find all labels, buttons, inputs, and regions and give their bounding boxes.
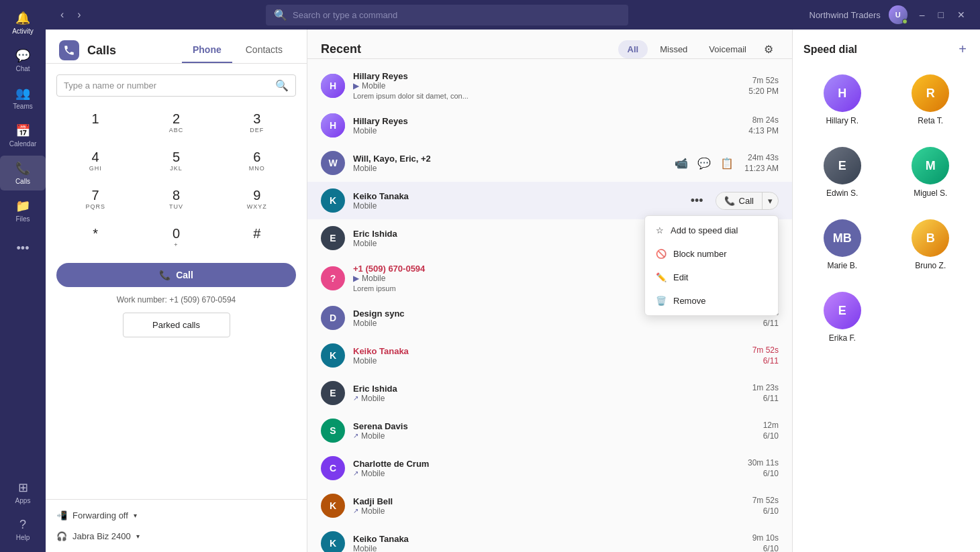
avatar-group: W: [321, 151, 345, 175]
sidebar-item-calls[interactable]: 📞 Calls: [0, 156, 46, 190]
call-sub-7: Mobile: [353, 319, 744, 328]
sidebar-item-activity[interactable]: 🔔 Activity: [0, 5, 46, 40]
call-item-kadji[interactable]: K Kadji Bell ↗ Mobile 7m 52s 6/10: [307, 487, 792, 525]
add-speed-dial-button[interactable]: +: [956, 40, 969, 58]
filter-all[interactable]: All: [618, 40, 648, 58]
search-icon: 🔍: [274, 9, 287, 21]
call-item-eric-2[interactable]: E Eric Ishida ↗ Mobile 1m 23s 6/11: [307, 374, 792, 412]
context-block-label: Block number: [673, 249, 726, 259]
call-item-hillary-2[interactable]: H Hillary Reyes Mobile 8m 24s 4:13 PM: [307, 107, 792, 144]
call-button[interactable]: 📞 Call: [56, 263, 296, 287]
sidebar-item-teams[interactable]: 👥 Teams: [0, 80, 46, 115]
dial-key-0[interactable]: 0 +: [137, 219, 215, 255]
call-item-charlotte[interactable]: C Charlotte de Crum ↗ Mobile 30m 11s 6/1…: [307, 449, 792, 487]
dial-key-hash[interactable]: #: [218, 219, 296, 255]
tab-phone[interactable]: Phone: [182, 38, 232, 63]
recent-list: H Hillary Reyes ▶ Mobile Lorem ipsum dol…: [307, 59, 792, 552]
sidebar-item-help[interactable]: ? Help: [0, 512, 46, 547]
sidebar-label-teams: Teams: [13, 103, 32, 110]
call-item-group[interactable]: W Will, Kayo, Eric, +2 Mobile 📹 💬 📋 24m …: [307, 144, 792, 182]
dial-key-6[interactable]: 6 MNO: [218, 143, 296, 178]
dial-key-9[interactable]: 9 WXYZ: [218, 181, 296, 217]
forwarding-button[interactable]: 📲 Forwarding off ▾: [56, 508, 296, 523]
chat-icon: 💬: [15, 48, 30, 63]
dial-key-3[interactable]: 3 DEF: [218, 105, 296, 140]
speed-dial-reta[interactable]: R Reta T.: [892, 69, 970, 131]
dial-key-1[interactable]: 1: [56, 105, 134, 140]
call-time-11: 6/10: [763, 469, 779, 478]
speed-dial-erika[interactable]: E Erika F.: [803, 286, 881, 348]
filter-icon-button[interactable]: ⚙: [758, 40, 779, 58]
filter-missed[interactable]: Missed: [650, 40, 697, 58]
calls-icon: 📞: [15, 161, 30, 176]
call-meta-9: 1m 23s 6/11: [752, 383, 779, 403]
speed-dial-bruno[interactable]: B Bruno Z.: [892, 214, 970, 276]
dialpad: 1 2 ABC 3 DEF 4 GHI: [56, 105, 296, 255]
call-time-1: 5:20 PM: [748, 87, 779, 96]
search-input[interactable]: [293, 10, 620, 20]
sidebar-item-apps[interactable]: ⊞ Apps: [0, 475, 46, 510]
parked-calls-button[interactable]: Parked calls: [123, 313, 230, 337]
user-avatar[interactable]: U: [889, 5, 908, 24]
video-action-button[interactable]: 📹: [672, 154, 691, 172]
dial-key-star[interactable]: *: [56, 219, 134, 255]
sidebar-item-files[interactable]: 📁 Files: [0, 193, 46, 228]
more-options-button-4[interactable]: •••: [687, 191, 707, 211]
context-block[interactable]: 🚫 Block number: [645, 242, 778, 266]
device-chevron: ▾: [136, 533, 140, 540]
more-action-button[interactable]: 📋: [718, 154, 736, 172]
device-button[interactable]: 🎧 Jabra Biz 2400 ▾: [56, 529, 296, 544]
filter-voicemail[interactable]: Voicemail: [699, 40, 756, 58]
call-sub-1: ▶ Mobile: [353, 81, 740, 91]
call-item-keiko-1[interactable]: K Keiko Tanaka Mobile ••• 📞 Call ▾: [307, 182, 792, 219]
dial-key-7[interactable]: 7 PQRS: [56, 181, 134, 217]
call-dropdown-button[interactable]: ▾: [762, 192, 778, 209]
call-item-keiko-3[interactable]: K Keiko Tanaka Mobile 9m 10s 6/10: [307, 525, 792, 552]
back-button[interactable]: ‹: [56, 6, 68, 23]
context-add-speed-dial[interactable]: ☆ Add to speed dial: [645, 219, 778, 242]
speed-dial-miguel[interactable]: M Miguel S.: [892, 142, 970, 203]
files-icon: 📁: [15, 199, 30, 213]
call-sub-2: Mobile: [353, 126, 740, 135]
minimize-button[interactable]: –: [916, 8, 929, 21]
call-item-hillary-1[interactable]: H Hillary Reyes ▶ Mobile Lorem ipsum dol…: [307, 64, 792, 107]
device-label: Jabra Biz 2400: [72, 531, 131, 541]
call-info-13: Keiko Tanaka Mobile: [353, 534, 744, 553]
speed-dial-hillary[interactable]: H Hillary R.: [803, 69, 881, 131]
number-search-box[interactable]: 🔍: [56, 74, 296, 97]
sd-name-miguel: Miguel S.: [914, 188, 947, 198]
search-bar[interactable]: 🔍: [266, 5, 628, 25]
context-remove[interactable]: 🗑️ Remove: [645, 289, 778, 313]
call-item-keiko-2[interactable]: K Keiko Tanaka Mobile 7m 52s 6/11: [307, 337, 792, 374]
sidebar-item-calendar[interactable]: 📅 Calendar: [0, 118, 46, 153]
maximize-button[interactable]: □: [934, 8, 948, 21]
call-sub-12: ↗ Mobile: [353, 506, 744, 516]
calls-footer: 📲 Forwarding off ▾ 🎧 Jabra Biz 2400 ▾: [46, 499, 307, 552]
call-item-serena[interactable]: S Serena Davis ↗ Mobile 12m 6/10: [307, 412, 792, 449]
calls-tabs: Phone Contacts: [182, 38, 293, 63]
dial-key-2[interactable]: 2 ABC: [137, 105, 215, 140]
call-meta-13: 9m 10s 6/10: [752, 533, 779, 552]
dial-key-5[interactable]: 5 JKL: [137, 143, 215, 178]
avatar-keiko-1: K: [321, 188, 345, 213]
sidebar-item-more[interactable]: •••: [0, 236, 46, 261]
call-time-9: 6/11: [763, 394, 779, 403]
speed-dial-grid: H Hillary R. R Reta T. E Edwin S. M Migu…: [803, 69, 969, 348]
tab-contacts[interactable]: Contacts: [235, 38, 293, 63]
call-contact-button[interactable]: 📞 Call: [716, 192, 762, 209]
dial-key-8[interactable]: 8 TUV: [137, 181, 215, 217]
call-duration-2: 8m 24s: [752, 115, 779, 125]
close-button[interactable]: ✕: [953, 8, 969, 21]
dial-key-4[interactable]: 4 GHI: [56, 143, 134, 178]
context-add-label: Add to speed dial: [671, 225, 738, 235]
speed-dial-marie[interactable]: MB Marie B.: [803, 214, 881, 276]
context-edit[interactable]: ✏️ Edit: [645, 266, 778, 289]
sidebar-item-chat[interactable]: 💬 Chat: [0, 43, 46, 78]
sd-avatar-erika: E: [824, 292, 861, 329]
outgoing-icon-2: ↗: [353, 432, 358, 439]
chat-action-button[interactable]: 💬: [695, 154, 714, 172]
forward-button[interactable]: ›: [73, 6, 85, 23]
call-meta-2: 8m 24s 4:13 PM: [748, 115, 779, 135]
speed-dial-edwin[interactable]: E Edwin S.: [803, 142, 881, 203]
number-input[interactable]: [64, 80, 270, 91]
